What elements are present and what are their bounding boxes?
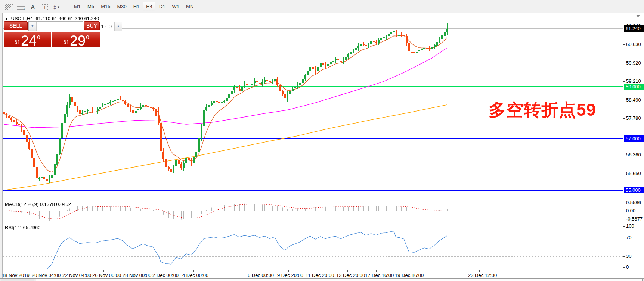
buy-price-sup: 0 (86, 34, 89, 40)
rsi-label: RSI(14) 65.7960 (5, 225, 40, 230)
channel-tool-badge: E (12, 7, 14, 11)
rsi-axis-tick (623, 267, 625, 268)
macd-label: MACD(12,26,9) 0.1378 0.0462 (5, 202, 71, 207)
price-axis-label: 55.650 (626, 171, 641, 176)
toolbar: E F A T ◆◆ ▼ M1M5M15M30H1H4D1W1MN (0, 0, 644, 13)
buy-price-box[interactable]: 61 29 0 (52, 32, 100, 47)
price-axis-label: 57.780 (626, 115, 641, 121)
price-axis-label: 59.210 (626, 78, 641, 84)
date-tick (193, 270, 194, 272)
date-tick (164, 270, 164, 272)
timeframe-button-m1[interactable]: M1 (71, 2, 84, 11)
buy-button[interactable]: BUY (84, 21, 100, 30)
date-label: 28 Nov 00:00 (123, 272, 151, 278)
timeframe-button-d1[interactable]: D1 (156, 2, 168, 11)
one-click-trading-widget: SELL ▼ ▲ BUY 61 24 0 61 29 0 (4, 21, 100, 47)
price-axis-tick (623, 44, 625, 45)
rsi-axis-label: 70 (626, 235, 631, 240)
date-label: 22 Nov 04:00 (62, 272, 91, 278)
date-tick (406, 270, 406, 272)
volume-input[interactable] (37, 22, 114, 31)
price-badge-59.000: 59.000 (624, 84, 644, 90)
price-axis-label: 59.920 (626, 60, 641, 66)
window-left-edge (0, 13, 3, 281)
fibonacci-tool-button[interactable]: F (16, 1, 26, 11)
date-label: 13 Dec 20:00 (336, 272, 365, 278)
macd-axis-label: 0.00 (626, 208, 635, 213)
rsi-axis-tick (623, 226, 625, 227)
rsi-canvas[interactable] (3, 224, 623, 270)
rsi-axis-label: 0 (626, 264, 629, 270)
text-label-icon: A (31, 4, 35, 10)
date-tick (347, 270, 348, 272)
date-tick (13, 270, 13, 272)
price-axis-tick (623, 174, 625, 174)
macd-panel (3, 200, 623, 222)
price-axis-label: 60.630 (626, 41, 641, 47)
date-label: 6 Dec 00:00 (248, 272, 274, 278)
date-label: 9 Dec 20:00 (277, 272, 303, 278)
date-label: 17 Dec 16:00 (365, 272, 394, 278)
buy-price-main: 29 (70, 35, 86, 46)
timeframe-button-w1[interactable]: W1 (169, 2, 183, 11)
text-box-tool-button[interactable]: T (40, 1, 50, 11)
chart-tab[interactable] (1, 279, 34, 281)
volume-decrease-button[interactable]: ▼ (29, 22, 37, 31)
text-box-icon: T (42, 4, 47, 10)
sell-price-prefix: 61 (14, 39, 20, 45)
rsi-axis-tick (623, 238, 625, 238)
date-tick (479, 270, 480, 272)
rsi-axis-label: 100 (626, 223, 634, 229)
price-axis-tick (623, 100, 625, 100)
timeframe-button-m5[interactable]: M5 (84, 2, 97, 11)
timeframe-button-m15[interactable]: M15 (98, 2, 113, 11)
arrows-tool-button[interactable]: ◆◆ ▼ (52, 1, 62, 11)
chart-symbol: USOil-,H4 (11, 16, 33, 21)
macd-axis-tick (623, 211, 625, 211)
volume-increase-button[interactable]: ▲ (114, 22, 122, 31)
sell-button[interactable]: SELL (4, 21, 28, 30)
date-label: 26 Nov 00:00 (92, 272, 121, 278)
date-label: 23 Dec 12:00 (468, 272, 497, 278)
rsi-axis-tick (623, 256, 625, 257)
rsi-panel (3, 224, 623, 270)
buy-price-prefix: 61 (63, 39, 69, 45)
date-tick (259, 270, 259, 272)
chart-tab-bar[interactable] (36, 279, 643, 281)
macd-axis-tick (623, 219, 625, 219)
arrows-icon: ◆◆ (53, 5, 56, 10)
price-badge-55.000: 55.000 (624, 187, 644, 193)
chart-text-annotation: 多空转折点59 (489, 99, 596, 122)
price-axis-label: 56.360 (626, 152, 641, 157)
toolbar-separator (66, 1, 68, 11)
timeframe-button-h1[interactable]: H1 (130, 2, 143, 11)
date-label: 20 Nov 04:00 (32, 272, 61, 278)
date-tick (103, 270, 104, 272)
price-axis-tick (623, 155, 625, 155)
date-label: 18 Nov 2019 (2, 272, 30, 278)
date-tick (74, 270, 74, 272)
date-tick (317, 270, 317, 272)
macd-axis-label: 0.5586 (626, 200, 641, 205)
chevron-down-icon: ▼ (57, 6, 60, 9)
chart-shift-marker-icon[interactable] (636, 15, 640, 18)
timeframe-group: M1M5M15M30H1H4D1W1MN (71, 2, 197, 11)
timeframe-button-mn[interactable]: MN (183, 2, 196, 11)
date-tick (376, 270, 377, 272)
date-label: 4 Dec 00:00 (182, 272, 208, 278)
sell-price-box[interactable]: 61 24 0 (4, 32, 51, 47)
macd-canvas[interactable] (3, 200, 623, 222)
date-label: 2 Dec 00:00 (152, 272, 179, 278)
channel-tool-button[interactable]: E (4, 1, 14, 11)
date-label: 19 Dec 16:00 (395, 272, 424, 278)
date-tick (134, 270, 134, 272)
date-tick (288, 270, 289, 272)
price-axis-tick (623, 63, 625, 63)
volume-stepper: ▼ ▲ (28, 21, 83, 31)
chart-ohlc-values: 61.410 61.460 61.240 61.240 (35, 16, 99, 21)
date-label: 11 Dec 20:00 (306, 272, 334, 278)
date-tick (43, 270, 43, 272)
timeframe-button-h4[interactable]: H4 (143, 2, 155, 11)
timeframe-button-m30[interactable]: M30 (114, 2, 129, 11)
text-label-tool-button[interactable]: A (28, 1, 38, 11)
